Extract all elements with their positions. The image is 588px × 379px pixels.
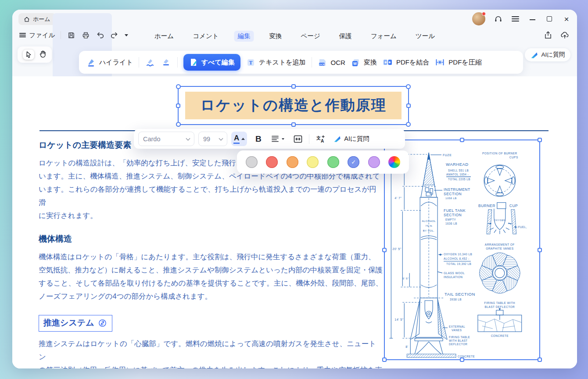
edit-all-button[interactable]: すべて編集 [183,54,240,71]
selection-handle[interactable] [382,358,387,362]
font-select[interactable]: Cardo [138,132,194,146]
file-menu-icon [19,33,26,37]
close-window-icon[interactable]: × [562,14,571,23]
selection-handle[interactable] [538,138,542,142]
share-icon[interactable] [544,31,552,39]
selection-handle[interactable] [538,248,542,252]
menu-item-page[interactable]: ページ [298,31,324,42]
svg-text:75 %: 75 % [425,225,432,227]
svg-text:ALCOHOL 8,452 -: ALCOHOL 8,452 - [444,257,469,260]
app-window: ホーム PDNob × × ファイル [12,10,577,368]
color-swatch-gray[interactable] [246,156,258,168]
propulsion-link[interactable]: 推進システム [39,315,112,332]
minimize-icon[interactable] [528,14,537,23]
undo-icon[interactable] [96,31,104,39]
selection-handle[interactable] [382,248,387,252]
more-actions-caret[interactable] [125,34,128,36]
color-swatch-yellow[interactable] [307,156,319,168]
tab-home[interactable]: ホーム [18,13,56,25]
selection-handle[interactable] [406,122,411,127]
selection-handle[interactable] [176,84,181,89]
ask-ai-button-top[interactable]: AIに質問 [525,48,570,61]
add-text-button[interactable]: T テキストを追加 [246,58,306,67]
hand-tool[interactable] [39,50,47,60]
format-toolbar: Cardo 99 A B 文A AIに質問 [134,129,405,149]
line-spacing-button[interactable] [290,132,305,146]
support-headset-icon[interactable] [494,14,502,23]
compress-pdf-button[interactable]: PDFを圧縮 [435,58,481,67]
tab-home-label: ホーム [33,15,50,23]
font-size-select[interactable]: 99 [198,132,227,146]
bold-button[interactable]: B [251,132,265,146]
color-swatch-blue-selected[interactable]: ✓ [348,156,359,168]
svg-text:CUPS: CUPS [509,156,518,159]
menu-item-form[interactable]: フォーム [367,31,400,42]
selection-handle[interactable] [176,104,180,108]
caret-down-icon [282,138,284,140]
color-swatch-red[interactable] [266,156,278,168]
save-icon[interactable] [67,31,75,39]
file-menu-label: ファイル [29,31,55,39]
highlight-icon [86,57,96,67]
svg-text:BURNER: BURNER [478,204,495,208]
text-line: 空気抵抗、推力など）に耐えること、推進システムや制御システムといった内部の中核装… [39,263,383,276]
align-button[interactable] [269,132,287,146]
avatar[interactable] [472,12,485,25]
svg-text:DEFLECTOR: DEFLECTOR [449,343,467,346]
highlight-button[interactable]: ハイライト [86,57,133,67]
merge-pdf-button[interactable]: PDFを結合 [383,58,429,67]
svg-text:TOTAL 2205 LB: TOTAL 2205 LB [448,178,470,181]
menu-item-edit[interactable]: 編集 [234,31,254,42]
ocr-button[interactable]: OCR OCR [318,58,345,67]
body-text-column: ロケットの主要構造要素 ロケットの構造設計は、「効率的な打ち上げ、安定した飛行、… [39,139,383,368]
svg-text:CONCRETE: CONCRETE [491,334,509,337]
menu-item-protect[interactable]: 保護 [336,31,355,42]
print-icon[interactable] [81,31,90,39]
maximize-icon[interactable] [545,14,554,23]
squiggle-underline-button[interactable] [145,57,155,68]
redo-icon[interactable] [110,31,119,39]
chevron-down-icon [219,136,223,140]
image-selection-frame[interactable]: 7' 6" 4' 7" 20' 5" 5' 5" 14' 5" 8' ALCOH… [384,139,540,360]
line-spacing-icon [294,135,302,143]
color-swatch-purple[interactable] [368,156,380,168]
text-line: 機体構造はロケットの「骨格」にあたります。主な役割は、飛行中に発生するさまざまな… [39,250,383,263]
file-menu[interactable]: ファイル [19,31,55,39]
ask-ai-button-inline[interactable]: AIに質問 [332,135,371,143]
color-swatch-orange[interactable] [287,156,298,168]
selection-handle[interactable] [406,104,411,108]
svg-text:EMPTY: EMPTY [445,218,456,221]
selection-handle[interactable] [406,84,411,89]
svg-text:TAIL SECTION: TAIL SECTION [445,292,475,297]
selection-handle[interactable] [538,358,542,362]
cursor-tool[interactable] [23,50,34,60]
document-title[interactable]: ロケットの構造と作動原理 [185,92,402,119]
color-swatch-green[interactable] [327,156,339,168]
menu-item-home[interactable]: ホーム [151,31,177,42]
title-selection-frame[interactable]: ロケットの構造と作動原理 [178,86,409,125]
menu-item-comment[interactable]: コメント [189,31,222,42]
add-text-label: テキストを追加 [259,58,306,67]
menu-item-convert[interactable]: 変換 [266,31,286,42]
svg-text:OXYGEN: OXYGEN [494,219,506,222]
selection-handle[interactable] [460,358,464,362]
selection-handle[interactable] [291,122,296,127]
font-color-button[interactable]: A [231,132,247,146]
strikethrough-button[interactable] [161,57,172,68]
hamburger-menu-icon[interactable] [511,14,520,23]
selection-handle[interactable] [460,138,464,142]
menu-item-tools[interactable]: ツール [412,31,438,42]
svg-text:SHELL 551 LB: SHELL 551 LB [448,169,469,172]
svg-text:INSTRUMENT: INSTRUMENT [444,187,470,192]
translate-button[interactable]: 文A [313,132,328,146]
svg-text:FUEL TANK: FUEL TANK [444,208,466,213]
selection-handle[interactable] [176,122,181,127]
section-paragraph: 機体構造はロケットの「骨格」にあたります。主な役割は、飛行中に発生するさまざまな… [39,250,383,303]
convert-button[interactable]: W 変換 [351,58,377,67]
selection-handle[interactable] [291,84,296,89]
ask-ai-label: AIに質問 [541,51,565,59]
svg-text:EXTERNAL: EXTERNAL [449,325,465,328]
text-line: ノーズフェアリングの4つの部分から構成されます。 [39,290,383,303]
color-swatch-rainbow[interactable] [388,156,400,168]
cloud-upload-icon[interactable] [560,31,569,39]
